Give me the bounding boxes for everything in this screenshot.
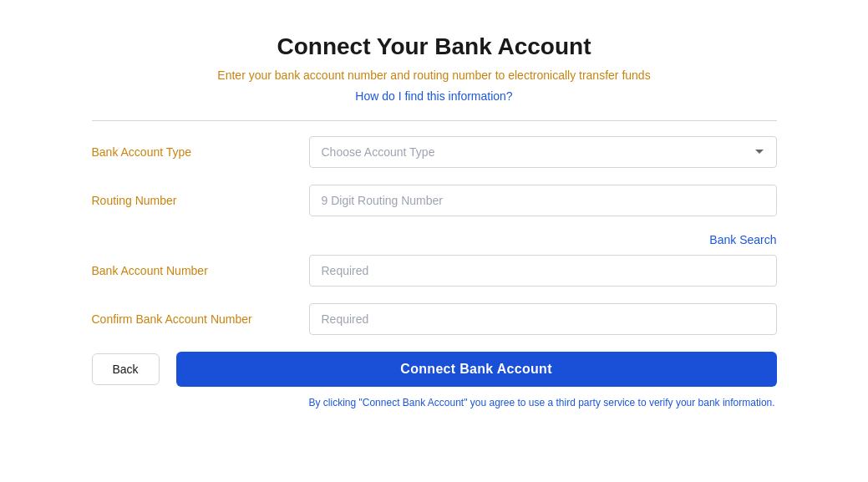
account-number-input[interactable] (309, 255, 777, 287)
disclaimer-text: By clicking "Connect Bank Account" you a… (309, 395, 775, 410)
page-header: Connect Your Bank Account Enter your ban… (92, 33, 777, 104)
confirm-account-number-row: Confirm Bank Account Number (92, 303, 777, 335)
page-title: Connect Your Bank Account (92, 33, 777, 60)
confirm-account-number-label: Confirm Bank Account Number (92, 312, 309, 326)
account-number-label: Bank Account Number (92, 264, 309, 277)
divider (92, 120, 777, 121)
confirm-account-number-input[interactable] (309, 303, 777, 335)
header-subtitle: Enter your bank account number and routi… (92, 68, 777, 82)
connect-button[interactable]: Connect Bank Account (176, 352, 777, 387)
find-info-link[interactable]: How do I find this information? (355, 89, 512, 103)
actions-row: Back Connect Bank Account (92, 352, 777, 387)
routing-number-row: Routing Number (92, 185, 777, 216)
account-number-wrapper (309, 255, 777, 287)
account-type-wrapper: Choose Account TypeCheckingSavings (309, 136, 777, 168)
account-type-select[interactable]: Choose Account TypeCheckingSavings (309, 136, 777, 168)
confirm-account-number-wrapper (309, 303, 777, 335)
routing-number-wrapper (309, 185, 777, 216)
account-type-label: Bank Account Type (92, 145, 309, 159)
routing-number-input[interactable] (309, 185, 777, 216)
disclaimer-row: By clicking "Connect Bank Account" you a… (92, 395, 777, 410)
bank-search-row: Bank Search (92, 233, 777, 246)
account-number-row: Bank Account Number (92, 255, 777, 287)
bank-search-link[interactable]: Bank Search (492, 233, 776, 246)
back-button[interactable]: Back (92, 353, 160, 385)
page-container: Connect Your Bank Account Enter your ban… (58, 17, 810, 427)
routing-number-label: Routing Number (92, 194, 309, 207)
account-type-row: Bank Account Type Choose Account TypeChe… (92, 136, 777, 168)
